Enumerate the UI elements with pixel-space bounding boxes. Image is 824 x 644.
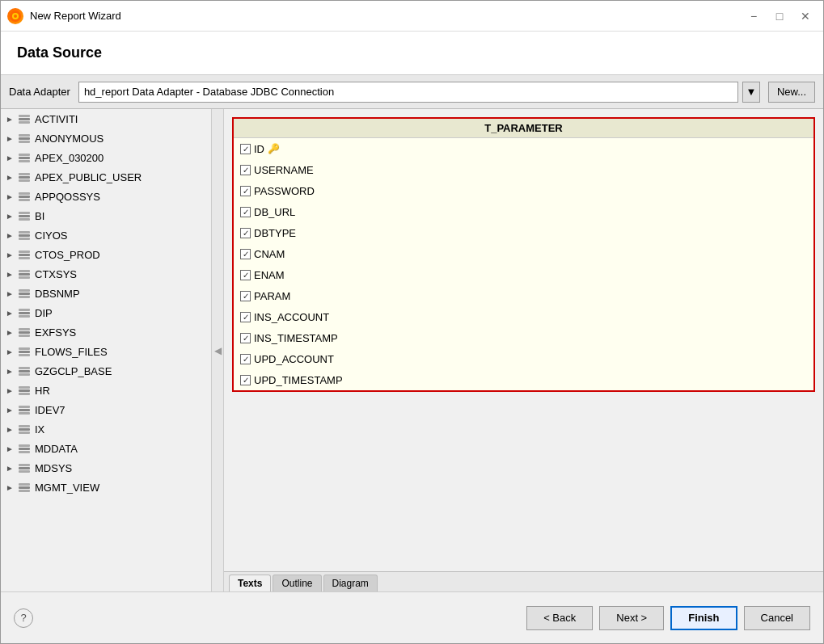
tree-item-ciyos[interactable]: ► CIYOS bbox=[1, 225, 198, 245]
tree-chevron-icon: ► bbox=[6, 192, 17, 201]
param-row-username[interactable]: ✓ USERNAME bbox=[234, 159, 813, 180]
db-schema-icon bbox=[17, 462, 32, 474]
tree-item-label: BI bbox=[35, 210, 44, 222]
tree-chevron-icon: ► bbox=[6, 386, 17, 395]
tree-item-exfsys[interactable]: ► EXFSYS bbox=[1, 322, 198, 342]
page-header: Data Source bbox=[1, 32, 823, 75]
tree-item-idev7[interactable]: ► IDEV7 bbox=[1, 400, 198, 419]
db-schema-icon bbox=[17, 443, 32, 454]
param-checkbox[interactable]: ✓ bbox=[240, 312, 251, 322]
maximize-button[interactable]: □ bbox=[768, 8, 791, 24]
param-table-header: T_PARAMETER bbox=[234, 119, 813, 138]
svg-point-2 bbox=[14, 15, 17, 18]
tree-item-mddata[interactable]: ► MDDATA bbox=[1, 439, 198, 458]
param-row-password[interactable]: ✓ PASSWORD bbox=[234, 180, 813, 201]
param-checkbox[interactable]: ✓ bbox=[240, 270, 251, 280]
tree-item-label: ACTIVITI bbox=[35, 113, 78, 125]
tree-item-apex_030200[interactable]: ► APEX_030200 bbox=[1, 148, 198, 167]
close-button[interactable]: ✕ bbox=[794, 8, 817, 24]
db-schema-icon bbox=[17, 385, 32, 396]
param-row-dbtype[interactable]: ✓ DBTYPE bbox=[234, 222, 813, 243]
param-row-ins_timestamp[interactable]: ✓ INS_TIMESTAMP bbox=[234, 327, 813, 348]
adapter-select-field[interactable]: hd_report Data Adapter - Database JDBC C… bbox=[78, 82, 738, 103]
param-row-id[interactable]: ✓ ID 🔑 bbox=[234, 138, 813, 159]
tree-item-activiti[interactable]: ► ACTIVITI bbox=[1, 109, 198, 128]
param-checkbox[interactable]: ✓ bbox=[240, 186, 251, 196]
tree-chevron-icon: ► bbox=[6, 406, 17, 415]
finish-button[interactable]: Finish bbox=[670, 606, 737, 630]
tree-item-ctos_prod[interactable]: ► CTOS_PROD bbox=[1, 245, 198, 264]
bottom-tabs: TextsOutlineDiagram bbox=[224, 571, 823, 591]
db-schema-icon bbox=[17, 404, 32, 415]
tree-item-label: GZGCLP_BASE bbox=[35, 365, 112, 377]
next-button[interactable]: Next > bbox=[599, 606, 664, 630]
tab-diagram[interactable]: Diagram bbox=[323, 575, 378, 591]
param-checkbox[interactable]: ✓ bbox=[240, 207, 251, 217]
tree-item-apex_public_user[interactable]: ► APEX_PUBLIC_USER bbox=[1, 167, 198, 187]
tree-item-label: APEX_030200 bbox=[35, 152, 104, 164]
param-row-upd_account[interactable]: ✓ UPD_ACCOUNT bbox=[234, 348, 813, 369]
tree-item-hr[interactable]: ► HR bbox=[1, 381, 198, 400]
window-title: New Report Wizard bbox=[30, 10, 742, 22]
help-button[interactable]: ? bbox=[14, 608, 33, 628]
param-row-upd_timestamp[interactable]: ✓ UPD_TIMESTAMP bbox=[234, 369, 813, 390]
param-row-param[interactable]: ✓ PARAM bbox=[234, 285, 813, 306]
param-checkbox[interactable]: ✓ bbox=[240, 228, 251, 238]
cancel-button[interactable]: Cancel bbox=[744, 606, 810, 630]
adapter-dropdown-button[interactable]: ▼ bbox=[742, 82, 760, 103]
tree-item-bi[interactable]: ► BI bbox=[1, 206, 198, 225]
param-checkbox[interactable]: ✓ bbox=[240, 249, 251, 259]
tree-chevron-icon: ► bbox=[6, 154, 17, 162]
schema-tree[interactable]: ► ACTIVITI ► ANONYMOUS ► APEX_030200 ► A… bbox=[1, 109, 198, 591]
tree-chevron-icon: ► bbox=[6, 250, 17, 259]
param-checkbox[interactable]: ✓ bbox=[240, 165, 251, 175]
param-checkbox[interactable]: ✓ bbox=[240, 144, 251, 154]
tree-item-ix[interactable]: ► IX bbox=[1, 419, 198, 439]
tree-item-label: MDSYS bbox=[35, 462, 72, 474]
tree-chevron-icon: ► bbox=[6, 309, 17, 318]
tree-item-gzgclp_base[interactable]: ► GZGCLP_BASE bbox=[1, 361, 198, 381]
tab-texts[interactable]: Texts bbox=[229, 575, 271, 591]
tree-item-mdsys[interactable]: ► MDSYS bbox=[1, 458, 198, 478]
tree-chevron-icon: ► bbox=[6, 134, 17, 143]
adapter-value: hd_report Data Adapter - Database JDBC C… bbox=[84, 86, 334, 98]
minimize-button[interactable]: − bbox=[742, 8, 765, 24]
tree-chevron-icon: ► bbox=[6, 115, 17, 124]
param-row-ins_account[interactable]: ✓ INS_ACCOUNT bbox=[234, 306, 813, 327]
tree-item-label: DIP bbox=[35, 307, 53, 319]
param-name: ENAM bbox=[254, 269, 285, 281]
db-schema-icon bbox=[17, 268, 32, 280]
tree-item-label: CTXSYS bbox=[35, 268, 77, 280]
tree-item-appqossys[interactable]: ► APPQOSSYS bbox=[1, 187, 198, 206]
db-schema-icon bbox=[17, 133, 32, 144]
param-checkbox[interactable]: ✓ bbox=[240, 354, 251, 364]
param-row-db_url[interactable]: ✓ DB_URL bbox=[234, 201, 813, 222]
tree-item-label: FLOWS_FILES bbox=[35, 346, 108, 358]
param-checkbox[interactable]: ✓ bbox=[240, 333, 251, 343]
db-schema-icon bbox=[17, 249, 32, 260]
param-row-enam[interactable]: ✓ ENAM bbox=[234, 264, 813, 285]
param-checkbox[interactable]: ✓ bbox=[240, 375, 251, 385]
back-button[interactable]: < Back bbox=[526, 606, 593, 630]
param-row-cnam[interactable]: ✓ CNAM bbox=[234, 243, 813, 264]
title-bar: New Report Wizard − □ ✕ bbox=[1, 1, 823, 32]
tree-chevron-icon: ► bbox=[6, 425, 17, 434]
db-schema-icon bbox=[17, 171, 32, 183]
right-panel: T_PARAMETER ✓ ID 🔑 ✓ USERNAME ✓ PASSWORD… bbox=[224, 109, 823, 591]
tab-outline[interactable]: Outline bbox=[273, 575, 321, 591]
main-window: New Report Wizard − □ ✕ Data Source Data… bbox=[0, 0, 824, 644]
tree-item-dbsnmp[interactable]: ► DBSNMP bbox=[1, 284, 198, 303]
param-checkbox[interactable]: ✓ bbox=[240, 291, 251, 301]
tree-chevron-icon: ► bbox=[6, 173, 17, 182]
tree-item-label: CTOS_PROD bbox=[35, 249, 100, 261]
splitter-handle[interactable]: ◀ bbox=[211, 109, 224, 591]
param-name: PARAM bbox=[254, 290, 290, 302]
tree-item-dip[interactable]: ► DIP bbox=[1, 303, 198, 322]
tree-item-mgmt_view[interactable]: ► MGMT_VIEW bbox=[1, 478, 198, 497]
tree-chevron-icon: ► bbox=[6, 289, 17, 298]
tree-chevron-icon: ► bbox=[6, 231, 17, 240]
tree-item-ctxsys[interactable]: ► CTXSYS bbox=[1, 264, 198, 284]
tree-item-flows_files[interactable]: ► FLOWS_FILES bbox=[1, 342, 198, 361]
tree-item-anonymous[interactable]: ► ANONYMOUS bbox=[1, 128, 198, 148]
new-button[interactable]: New... bbox=[768, 82, 815, 103]
